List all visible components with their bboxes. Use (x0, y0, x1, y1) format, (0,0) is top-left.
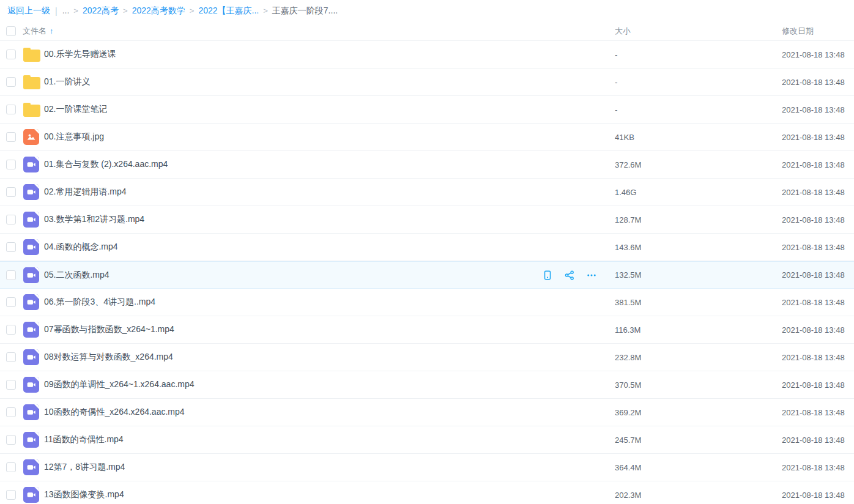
table-row[interactable]: 08对数运算与对数函数_x264.mp4 232.8M 2021-08-18 1… (0, 344, 854, 371)
table-row[interactable]: 06.第一阶段3、4讲习题..mp4 381.5M 2021-08-18 13:… (0, 289, 854, 316)
column-header-date[interactable]: 修改日期 (782, 26, 854, 37)
table-row[interactable]: 00.乐学先导赠送课 - 2021-08-18 13:48 (0, 41, 854, 69)
table-row[interactable]: 03.数学第1和2讲习题.mp4 128.7M 2021-08-18 13:48 (0, 206, 854, 234)
table-row[interactable]: 00.注意事项.jpg 41KB 2021-08-18 13:48 (0, 124, 854, 151)
breadcrumb-pipe: | (55, 6, 58, 16)
row-checkbox[interactable] (6, 270, 16, 280)
file-date: 2021-08-18 13:48 (782, 105, 854, 114)
file-size: 369.2M (615, 408, 782, 417)
video-file-icon (23, 184, 39, 200)
table-row[interactable]: 10函数的奇偶性_x264.x264.aac.mp4 369.2M 2021-0… (0, 399, 854, 426)
file-name[interactable]: 04.函数的概念.mp4 (44, 242, 118, 253)
breadcrumb-separator: > (190, 6, 195, 15)
column-header-name[interactable]: 文件名 ↑ (21, 26, 615, 37)
table-row[interactable]: 07幂函数与指数函数_x264~1.mp4 116.3M 2021-08-18 … (0, 316, 854, 344)
row-checkbox[interactable] (6, 352, 16, 362)
table-row[interactable]: 01.集合与复数 (2).x264.aac.mp4 372.6M 2021-08… (0, 151, 854, 179)
file-size: 202.3M (615, 491, 782, 500)
file-name[interactable]: 03.数学第1和2讲习题.mp4 (44, 214, 144, 225)
file-name[interactable]: 10函数的奇偶性_x264.x264.aac.mp4 (44, 407, 185, 418)
row-checkbox[interactable] (6, 50, 16, 59)
file-name[interactable]: 06.第一阶段3、4讲习题..mp4 (44, 297, 155, 308)
file-name[interactable]: 05.二次函数.mp4 (44, 270, 110, 281)
video-file-icon (23, 267, 39, 283)
table-row[interactable]: 02.一阶课堂笔记 - 2021-08-18 13:48 (0, 96, 854, 124)
table-row[interactable]: 12第7，8讲习题.mp4 364.4M 2021-08-18 13:48 (0, 454, 854, 481)
file-name[interactable]: 01.一阶讲义 (44, 76, 90, 87)
breadcrumb-item[interactable]: 2022【王嘉庆... (198, 6, 259, 15)
file-size: - (615, 78, 782, 87)
table-row[interactable]: 05.二次函数.mp4 (0, 261, 854, 289)
row-checkbox[interactable] (6, 160, 16, 169)
video-file-icon (23, 349, 39, 365)
file-size: 116.3M (615, 325, 782, 335)
file-name[interactable]: 00.乐学先导赠送课 (44, 49, 116, 60)
table-row[interactable]: 09函数的单调性_x264~1.x264.aac.mp4 370.5M 2021… (0, 371, 854, 399)
breadcrumb-item[interactable]: 2022高考数学 (132, 6, 185, 15)
row-checkbox[interactable] (6, 77, 16, 87)
table-row[interactable]: 11函数的奇偶性.mp4 245.7M 2021-08-18 13:48 (0, 426, 854, 454)
share-icon[interactable] (563, 269, 576, 281)
file-name[interactable]: 13函数图像变换.mp4 (44, 489, 124, 500)
video-file-icon (23, 377, 39, 393)
column-header-size[interactable]: 大小 (615, 26, 782, 37)
row-checkbox[interactable] (6, 132, 16, 142)
folder-icon (23, 50, 40, 62)
row-checkbox[interactable] (6, 187, 16, 197)
file-size: 381.5M (615, 298, 782, 307)
row-checkbox[interactable] (6, 490, 16, 500)
row-checkbox[interactable] (6, 462, 16, 472)
row-checkbox[interactable] (6, 215, 16, 224)
breadcrumb-item: 王嘉庆一阶段7.... (272, 6, 338, 15)
breadcrumb-item[interactable]: 2022高考 (83, 6, 119, 15)
file-date: 2021-08-18 13:48 (782, 325, 854, 335)
file-date: 2021-08-18 13:48 (782, 408, 854, 417)
row-checkbox[interactable] (6, 435, 16, 445)
row-checkbox[interactable] (6, 297, 16, 307)
file-date: 2021-08-18 13:48 (782, 435, 854, 445)
video-file-icon (23, 432, 39, 448)
file-date: 2021-08-18 13:48 (782, 270, 854, 280)
file-name[interactable]: 02.常用逻辑用语.mp4 (44, 187, 127, 198)
row-checkbox[interactable] (6, 105, 16, 114)
table-row[interactable]: 01.一阶讲义 - 2021-08-18 13:48 (0, 69, 854, 96)
video-file-icon (23, 404, 39, 420)
select-all-checkbox[interactable] (6, 26, 16, 36)
sort-ascending-icon[interactable]: ↑ (50, 26, 54, 35)
file-size: 372.6M (615, 160, 782, 169)
table-header: 文件名 ↑ 大小 修改日期 (0, 21, 854, 41)
row-checkbox[interactable] (6, 325, 16, 335)
file-name[interactable]: 07幂函数与指数函数_x264~1.mp4 (44, 324, 174, 335)
video-file-icon (23, 459, 39, 475)
breadcrumb-separator: > (263, 6, 268, 15)
file-name[interactable]: 00.注意事项.jpg (44, 132, 104, 143)
file-date: 2021-08-18 13:48 (782, 491, 854, 500)
more-icon[interactable] (585, 269, 598, 281)
file-date: 2021-08-18 13:48 (782, 215, 854, 224)
breadcrumb-item[interactable]: ... (62, 6, 70, 15)
file-date: 2021-08-18 13:48 (782, 188, 854, 197)
file-size: 132.5M (615, 270, 782, 280)
file-name[interactable]: 12第7，8讲习题.mp4 (44, 462, 125, 473)
file-size: 1.46G (615, 188, 782, 197)
file-name[interactable]: 01.集合与复数 (2).x264.aac.mp4 (44, 159, 168, 170)
send-to-device-icon[interactable] (541, 269, 554, 281)
video-file-icon (23, 212, 39, 228)
file-name[interactable]: 11函数的奇偶性.mp4 (44, 434, 124, 445)
video-file-icon (23, 157, 39, 172)
row-checkbox[interactable] (6, 242, 16, 252)
file-size: 143.6M (615, 243, 782, 252)
breadcrumb: 返回上一级 | ...>2022高考>2022高考数学>2022【王嘉庆...>… (0, 0, 854, 21)
file-date: 2021-08-18 13:48 (782, 50, 854, 59)
row-checkbox[interactable] (6, 380, 16, 390)
breadcrumb-back-link[interactable]: 返回上一级 (7, 6, 50, 17)
table-row[interactable]: 02.常用逻辑用语.mp4 1.46G 2021-08-18 13:48 (0, 179, 854, 206)
table-row[interactable]: 04.函数的概念.mp4 143.6M 2021-08-18 13:48 (0, 234, 854, 261)
table-row[interactable]: 13函数图像变换.mp4 202.3M 2021-08-18 13:48 (0, 481, 854, 504)
row-checkbox[interactable] (6, 407, 16, 417)
file-name[interactable]: 08对数运算与对数函数_x264.mp4 (44, 352, 173, 363)
file-name[interactable]: 09函数的单调性_x264~1.x264.aac.mp4 (44, 379, 195, 390)
file-name[interactable]: 02.一阶课堂笔记 (44, 104, 107, 115)
file-size: - (615, 50, 782, 59)
file-date: 2021-08-18 13:48 (782, 133, 854, 142)
